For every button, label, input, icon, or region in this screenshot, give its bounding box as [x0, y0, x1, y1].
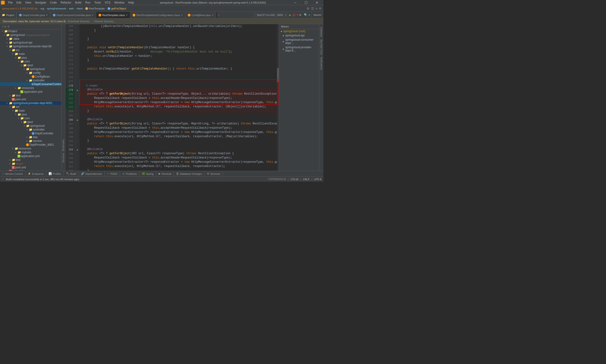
- tab-endpoints[interactable]: ⚡ Endpoints: [25, 171, 46, 176]
- tab-dependencies[interactable]: 🔗 Dependencies: [79, 171, 104, 176]
- tree-item-config[interactable]: ▾ 📁 config: [0, 71, 61, 75]
- scrollbar-thumb[interactable]: [277, 68, 279, 82]
- tree-item-pom8001[interactable]: X pom.xml: [0, 166, 61, 169]
- breadcrumb-jar[interactable]: spring-web-5.1.6.RELEASE.jar: [2, 7, 38, 10]
- tree-item-main[interactable]: ▾ 📁 main: [0, 52, 61, 56]
- breadcrumb-resttemplate[interactable]: C RestTemplate: [85, 7, 105, 10]
- tree-item-main2[interactable]: ▾ 📁 main: [0, 109, 61, 113]
- tree-item-appyml2[interactable]: Y application.yml: [0, 154, 61, 158]
- bigdata-tab[interactable]: Big Data Tools: [320, 39, 323, 56]
- close-button[interactable]: ✕: [311, 0, 323, 5]
- breadcrumb-org[interactable]: org: [40, 7, 44, 10]
- tab-resttemplate-autoconfig[interactable]: C RestTemplateAutoConfiguration.class ✕: [130, 12, 185, 18]
- gear-toolbar[interactable]: ⚙: [309, 13, 310, 17]
- run-button[interactable]: ▶: [289, 13, 291, 17]
- tab-spring[interactable]: 🌿 Spring: [139, 171, 156, 176]
- menu-vcs[interactable]: VCS: [103, 0, 112, 5]
- tree-item-appyml[interactable]: Y application.yml: [0, 90, 61, 94]
- tree-item[interactable]: ▾ 📁 Project: [0, 29, 61, 33]
- breadcrumb-client[interactable]: client: [77, 7, 83, 10]
- tree-item-mybatis[interactable]: ▸ 📁 mybatis: [0, 150, 61, 154]
- gear-icon2[interactable]: ≡: [316, 7, 317, 10]
- menu-edit[interactable]: Edit: [14, 0, 23, 5]
- tree-item-service[interactable]: ▸ 📁 service: [0, 139, 61, 143]
- tree-item-springcloud2[interactable]: ▾ 📁 springcloud: [0, 124, 61, 128]
- tree-item-controller2[interactable]: ▾ 📁 controller: [0, 128, 61, 131]
- download-sources-link[interactable]: Download Sources: [68, 20, 90, 23]
- breadcrumb-web[interactable]: web: [69, 7, 74, 10]
- run-mark-186[interactable]: ▶: [77, 118, 79, 122]
- choose-sources-link[interactable]: Choose Sources...: [94, 20, 116, 23]
- close-tab-3[interactable]: ✕: [126, 14, 128, 16]
- menu-run[interactable]: Run: [83, 0, 92, 5]
- tab-db-changes[interactable]: 🗄 Database Changes: [174, 171, 204, 176]
- tab-deptcontroller[interactable]: J DeptController.java ✕: [17, 12, 50, 18]
- tree-item-java[interactable]: ▾ 📁 java: [0, 56, 61, 60]
- layout-icon[interactable]: ☰: [311, 7, 314, 10]
- breadcrumb-springframework[interactable]: springframework: [47, 7, 66, 10]
- tree-item-pom80[interactable]: X pom.xml: [0, 97, 61, 101]
- menu-tools[interactable]: Tools: [92, 0, 103, 5]
- menu-build[interactable]: Build: [73, 0, 83, 5]
- coverage-button[interactable]: ☂: [296, 13, 298, 17]
- maven-project-consumer[interactable]: ▸ springcloud-consumer-dept-...: [279, 38, 319, 45]
- tree-item-api[interactable]: ▸ 📁 springcloud-api: [0, 41, 61, 44]
- tree-item-com[interactable]: ▾ 📁 com: [0, 60, 61, 63]
- tab-problems[interactable]: ⚠ Problems: [120, 171, 139, 176]
- tab-configbean[interactable]: C ConfigBean.java ✕: [185, 12, 216, 18]
- tab-version-control[interactable]: ⑃ Version Control: [0, 171, 25, 176]
- tree-item-deptconsumer[interactable]: C DeptConsumerController: [0, 82, 61, 86]
- tree-item-pomroot[interactable]: X pom.xml: [0, 169, 61, 171]
- maven-project-root[interactable]: ▸ springcloud (root): [279, 29, 319, 33]
- maximize-button[interactable]: ☐: [301, 0, 311, 5]
- tree-item-dao[interactable]: ▸ 📁 dao: [0, 135, 61, 139]
- settings-icon[interactable]: ⚙: [7, 25, 10, 28]
- expand-all-icon[interactable]: ≡: [2, 25, 3, 28]
- tree-item-controller[interactable]: ▾ 📁 controller: [0, 78, 61, 82]
- tree-item-springcloud[interactable]: ▾ 📁 springcloud E:\logback\springcloud: [0, 33, 61, 37]
- tree-item-qiezi2[interactable]: ▾ 📁 qiezi: [0, 120, 61, 124]
- stop-button[interactable]: ■: [299, 13, 301, 17]
- close-tab-1[interactable]: ✕: [46, 14, 48, 16]
- tree-item-idea[interactable]: ▸ 📁 .idea: [0, 37, 61, 41]
- tree-item-com2[interactable]: ▾ 📁 com: [0, 116, 61, 120]
- settings-icon2[interactable]: ⚙: [319, 7, 322, 10]
- tree-item-consumer80[interactable]: ▾ 📁 springcloud-consumer-dept-80: [0, 44, 61, 48]
- close-tab-5[interactable]: ✕: [212, 14, 214, 16]
- menu-refactor[interactable]: Refactor: [59, 0, 73, 5]
- menu-navigate[interactable]: Navigate: [33, 0, 48, 5]
- structure-tab[interactable]: Structure: [62, 152, 65, 164]
- run-mark-179[interactable]: ▶: [77, 89, 79, 92]
- notifications-tab[interactable]: Notifications: [320, 56, 323, 71]
- menu-window[interactable]: Window: [112, 0, 126, 5]
- menu-view[interactable]: View: [23, 0, 33, 5]
- tree-item-src2[interactable]: ▾ 📁 src: [0, 105, 61, 109]
- tree-item-test[interactable]: ▸ 📁 test: [0, 94, 61, 97]
- database-tab[interactable]: Database: [320, 26, 323, 38]
- tree-item-qiezi[interactable]: ▾ 📁 qiezi: [0, 63, 61, 67]
- tree-item-java2[interactable]: ▾ 📁 java: [0, 113, 61, 116]
- settings-icon[interactable]: ⚙: [307, 7, 310, 10]
- tab-services[interactable]: ⚙ Services: [204, 171, 223, 176]
- tree-item-deptcontroller[interactable]: C DeptController: [0, 131, 61, 135]
- close-tab-2[interactable]: ✕: [92, 14, 94, 16]
- tab-build[interactable]: 🔨 Build: [64, 171, 79, 176]
- tree-item-resources[interactable]: ▸ 📁 resources: [0, 86, 61, 90]
- tree-item-deptprovider[interactable]: C DeptProvider_8001: [0, 143, 61, 147]
- tab-todo[interactable]: ✓ TODO: [105, 171, 120, 176]
- tab-terminal[interactable]: ▶ Terminal: [156, 171, 174, 176]
- breadcrumb-getforobject[interactable]: m getForObject: [108, 7, 126, 10]
- close-tab-4[interactable]: ✕: [181, 14, 183, 16]
- minimize-button[interactable]: ─: [290, 0, 301, 5]
- bookmarks-tab[interactable]: Bookmarks: [62, 138, 65, 152]
- tab-deptconsumercontroller[interactable]: J DeptConsumerController.java ✕: [50, 12, 96, 18]
- debug-button[interactable]: 🐞: [292, 13, 296, 17]
- more-tabs[interactable]: ⋯: [217, 12, 221, 18]
- tab-resttemplate[interactable]: C RestTemplate.class ✕: [96, 12, 130, 18]
- menu-help[interactable]: Help: [126, 0, 136, 5]
- tree-item-src[interactable]: ▾ 📁 src: [0, 48, 61, 52]
- menu-file[interactable]: File: [6, 0, 14, 5]
- tab-profiler[interactable]: 📊 Profiler: [46, 171, 64, 176]
- maven-project-api[interactable]: ▸ springcloud-api: [279, 33, 319, 38]
- tree-item-resources2[interactable]: ▾ 📁 resources: [0, 147, 61, 150]
